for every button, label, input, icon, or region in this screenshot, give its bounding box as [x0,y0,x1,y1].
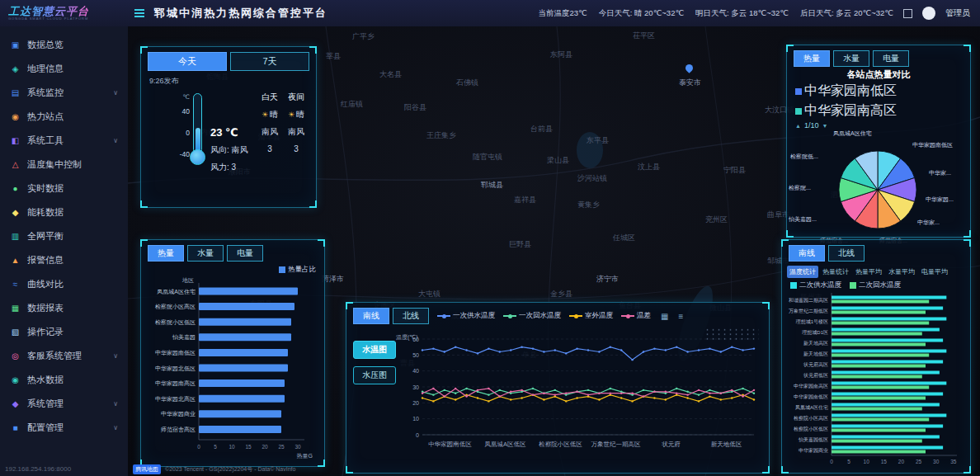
page-up-icon[interactable]: ▲ [795,123,801,129]
sidebar-item-4[interactable]: ◉热力站点 [0,105,128,129]
pie-slice-label: 检察院... [789,184,811,192]
svg-text:中华家园北高区: 中华家园北高区 [155,396,196,403]
sidebar-item-11[interactable]: ≈曲线对比 [0,272,128,296]
svg-text:30: 30 [294,444,301,450]
subtab-4[interactable]: 电量平均 [919,266,950,278]
dots-decoration [704,328,759,341]
sidebar-item-13[interactable]: ▧操作记录 [0,320,128,344]
bar-toggle-icon[interactable]: ▦ [661,312,668,321]
legend-item: 二次供水温度 [790,280,841,290]
line-tabs: 南线北线 [782,240,970,264]
current-temperature: 23 ℃ [210,126,257,139]
avatar[interactable] [922,7,935,20]
page-down-icon[interactable]: ▼ [822,123,827,129]
tab-1[interactable]: 北线 [828,245,865,262]
tab-2[interactable]: 电量 [227,245,263,262]
top-header: 工达智慧云平台 GONGDA SMART CLOUD PLATFORM 郓城中润… [0,0,980,26]
sidebar-item-label: 系统工具 [27,134,64,147]
svg-text:凤凰城A区住宅: 凤凰城A区住宅 [795,404,828,410]
thermometer: ℃ 40 0 -40 [146,90,210,173]
sidebar-item-8[interactable]: ◆能耗数据 [0,200,128,224]
sidebar-item-6[interactable]: △温度集中控制 [0,153,128,177]
sidebar-item-14[interactable]: ◎客服系统管理∨ [0,344,128,368]
subtab-0[interactable]: 温度统计 [787,266,818,278]
subtab-1[interactable]: 热量统计 [820,266,851,278]
legend-item: 中华家园南低区 [795,82,897,100]
legend-marker-icon [279,266,285,273]
tab-1[interactable]: 水量 [187,245,224,262]
fullscreen-icon[interactable] [903,9,912,18]
svg-text:20: 20 [412,400,419,406]
col-night: 夜间 [283,92,309,103]
svg-text:5: 5 [847,459,850,464]
menu-toggle-icon[interactable] [134,12,144,14]
page-indicator: 1/10 [804,121,819,130]
svg-text:15: 15 [245,444,252,450]
tab-1[interactable]: 北线 [393,308,429,324]
tab-0[interactable]: 南线 [789,245,825,262]
header-weather-item: 今日天气: 晴 20℃~32℃ [599,8,684,19]
menu-icon[interactable]: ≡ [678,312,683,321]
sidebar-item-17[interactable]: ■配置管理∨ [0,416,128,440]
water-temp-header: 南线北线 一次供水温度一次回水温度室外温度温差 ▦ ≡ [346,303,769,326]
sidebar-item-label: 热力站点 [27,111,64,123]
sidebar-item-1[interactable]: ▣数据总览 [0,33,128,57]
report-icon: ▦ [10,304,21,313]
sidebar-item-label: 操作记录 [27,326,64,338]
temp-stats-panel: 南线北线 温度统计热量统计热量平均水量平均电量平均 二次供水温度二次回水温度 和… [781,239,971,474]
sidebar-item-2[interactable]: ◈地理信息 [0,57,128,81]
legend-marker-icon [621,315,634,317]
tab wtab-0[interactable]: 今天 [148,52,227,71]
map-canvas[interactable]: 广平乡馆陶县大名县莘县东阿县茌平区泰安市大汶口镇新泰市石佛镇红庙镇阳谷县内黄县清… [128,26,980,476]
weather-tabs: 今天7天 [141,47,316,73]
tab-0[interactable]: 南线 [353,308,389,324]
chevron-down-icon: ∨ [113,137,118,144]
user-name[interactable]: 管理员 [945,7,970,19]
svg-text:40: 40 [412,368,419,374]
svg-text:状元府低区: 状元府低区 [803,372,828,378]
subtab-2[interactable]: 热量平均 [853,266,884,278]
header-weather-item: 明日天气: 多云 18℃~32℃ [695,8,789,19]
sidebar-item-9[interactable]: ▥全网平衡 [0,224,128,248]
logo: 工达智慧云平台 GONGDA SMART CLOUD PLATFORM [0,6,128,21]
sidebar-item-7[interactable]: ●实时数据 [0,177,128,200]
header-weather-info: 当前温度23℃今日天气: 晴 20℃~32℃明日天气: 多云 18℃~32℃后日… [538,8,893,19]
record-icon: ▧ [10,328,21,337]
svg-text:30: 30 [933,459,940,464]
subtab-3[interactable]: 水量平均 [886,266,917,278]
legend-marker-icon [850,282,856,289]
legend-marker-icon [790,282,797,289]
svg-text:中华家园南低区: 中华家园南低区 [155,350,196,356]
tab-0[interactable]: 热量 [148,245,184,262]
svg-text:检察院小区低区: 检察院小区低区 [538,441,582,448]
tab-1[interactable]: 水量 [833,50,869,67]
svg-text:检察院小区高区: 检察院小区高区 [794,415,828,422]
sidebar-item-15[interactable]: ◉热水数据 [0,368,128,392]
weather-table: 白天 夜间 ☀晴 ☀晴 23 ℃ 南风 南风 风向: 南风 3 3 风力: 3 [210,90,309,173]
balance-icon: ▥ [10,232,21,241]
wind-direction: 风向: 南风 [210,144,257,156]
sidebar-item-label: 能耗数据 [27,206,64,219]
svg-text:新天地低区: 新天地低区 [803,351,828,356]
svg-text:20: 20 [261,444,268,450]
sun-icon: ☀ [288,111,294,119]
sidebar-item-12[interactable]: ▦数据报表 [0,296,128,320]
header-weather-item: 当前温度23℃ [538,8,587,19]
vbtn-0[interactable]: 水温图 [353,341,396,359]
pie-slice-label: 检察院低... [790,153,818,161]
sun-icon: ☀ [261,111,268,119]
sidebar-item-5[interactable]: ◧系统工具∨ [0,129,128,153]
tab-0[interactable]: 热量 [794,50,830,67]
tab wtab-1[interactable]: 7天 [230,52,309,71]
svg-text:怡美嘉园: 怡美嘉园 [172,334,196,341]
thermometer-scale: ℃ 40 0 -40 [180,93,190,173]
sidebar: ▣数据总览◈地理信息▤系统监控∨◉热力站点◧系统工具∨△温度集中控制●实时数据◆… [0,26,128,476]
sidebar-item-10[interactable]: ▲报警信息 [0,248,128,272]
sidebar-item-3[interactable]: ▤系统监控∨ [0,81,128,105]
svg-text:10: 10 [864,459,870,464]
sidebar-item-16[interactable]: ◆系统管理∨ [0,392,128,416]
svg-text:地区: 地区 [181,277,194,283]
vbtn-1[interactable]: 水压图 [353,366,396,384]
tab-2[interactable]: 电量 [873,50,909,67]
sidebar-item-label: 地理信息 [27,63,64,75]
